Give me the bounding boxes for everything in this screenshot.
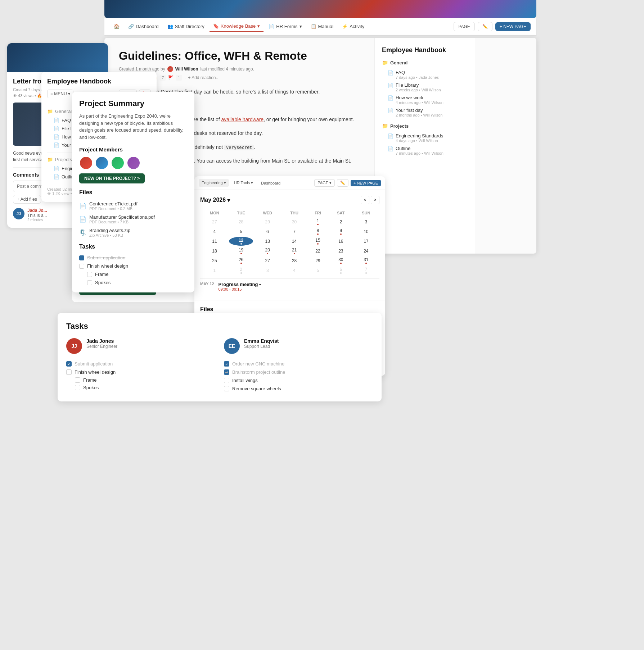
task-item-spokes: Spokes <box>79 278 187 287</box>
sidebar-item-outline[interactable]: 📄 Outline 7 minutes ago • Will Wilson <box>382 144 468 157</box>
doc-icon: 📄 <box>54 134 59 140</box>
cal-day[interactable]: 31 <box>353 256 379 265</box>
nav-bar: 🏠 🔗 Dashboard 👥 Staff Directory 🔖 Knowle… <box>104 18 536 35</box>
cal-day[interactable]: 30 <box>329 256 353 265</box>
new-on-project-button[interactable]: NEW ON THE PROJECT? > <box>79 173 145 183</box>
task-cb-jada-2[interactable] <box>66 369 72 375</box>
cal-day[interactable]: 6 <box>254 227 281 236</box>
cal-day[interactable]: 7 <box>353 266 379 275</box>
task-checkbox-wheel[interactable] <box>79 264 84 269</box>
cal-day[interactable]: 13 <box>254 237 281 246</box>
nav-staff-directory[interactable]: 👥 Staff Directory <box>164 22 208 31</box>
cal-day[interactable]: 21 <box>282 246 307 255</box>
cal-day[interactable]: 17 <box>353 237 379 246</box>
file-item-2[interactable]: 📄 Manufacturer Specifications.pdf PDF Do… <box>79 213 187 226</box>
cal-day[interactable]: 16 <box>329 237 353 246</box>
sidebar-item-engineering[interactable]: 📄 Engineering Standards 4 days ago • Wil… <box>382 132 468 144</box>
cal-day[interactable]: 15 <box>307 237 328 246</box>
new-page-button[interactable]: + NEW PAGE <box>495 22 531 31</box>
cal-next-btn[interactable]: > <box>371 196 379 204</box>
cal-day[interactable]: 26 <box>229 256 253 265</box>
task-cb-emma-2[interactable]: ✓ <box>224 369 229 375</box>
sidebar-item-file-library[interactable]: 📄 File Library 2 weeks ago • Will Wilson <box>382 81 468 94</box>
cal-day[interactable]: 2 <box>329 217 353 226</box>
cal-today[interactable]: 12 <box>229 237 253 246</box>
page-button[interactable]: PAGE <box>454 22 474 31</box>
cal-day[interactable]: 4 <box>282 266 307 275</box>
add-files-button[interactable]: + Add files <box>13 195 41 204</box>
cal-day[interactable]: 4 <box>201 227 228 236</box>
cal-day[interactable]: 2 <box>229 266 253 275</box>
task-cb-jada-4[interactable] <box>75 385 80 390</box>
task-cb-emma-1[interactable]: ✓ <box>224 361 229 367</box>
file-item-1[interactable]: 📄 Conference eTicket.pdf PDF Document • … <box>79 199 187 213</box>
cal-day[interactable]: 3 <box>254 266 281 275</box>
cal-day[interactable]: 7 <box>282 227 307 236</box>
cal-prev-btn[interactable]: < <box>361 196 369 204</box>
cal-day[interactable]: 27 <box>254 256 281 265</box>
task-cb-jada-3[interactable] <box>75 377 80 383</box>
cal-day[interactable]: 29 <box>307 256 328 265</box>
cal-day[interactable]: 18 <box>201 246 228 255</box>
task-checkbox-frame[interactable] <box>87 272 92 277</box>
sidebar-item-faq[interactable]: 📄 FAQ 7 days ago • Jada Jones <box>382 68 468 81</box>
task-checkbox-spokes[interactable] <box>87 280 92 285</box>
cal-day[interactable]: 10 <box>353 227 379 236</box>
cal-day[interactable]: 30 <box>282 217 307 226</box>
cal-day[interactable]: 20 <box>254 246 281 255</box>
cal-day[interactable]: 6 <box>329 266 353 275</box>
task-cb-jada-1[interactable]: ✓ <box>66 361 72 367</box>
cal-day[interactable]: 23 <box>329 246 353 255</box>
cal-day[interactable]: 29 <box>254 217 281 226</box>
bottom-nav-dashboard[interactable]: Dashboard <box>258 179 283 187</box>
cal-day[interactable]: 9 <box>329 227 353 236</box>
cal-day[interactable]: 24 <box>353 246 379 255</box>
available-hardware-link[interactable]: available hardware <box>221 117 264 122</box>
cal-day[interactable]: 3 <box>353 217 379 226</box>
cal-week-3: 18 19 20 21 22 23 24 <box>201 246 379 255</box>
cal-day[interactable]: 11 <box>201 237 228 246</box>
bottom-nav-hr-tools[interactable]: HR Tools ▾ <box>231 179 256 187</box>
cal-day[interactable]: 14 <box>282 237 307 246</box>
cal-day[interactable]: 28 <box>229 217 253 226</box>
bottom-nav-engineering[interactable]: Engineering ▾ <box>199 179 229 187</box>
cal-day[interactable]: 27 <box>201 217 228 226</box>
cal-day[interactable]: 5 <box>307 266 328 275</box>
edit-button[interactable]: ✏️ <box>478 22 492 31</box>
cal-day[interactable]: 19 <box>229 246 253 255</box>
bottom-new-page-btn[interactable]: + NEW PAGE <box>351 180 381 186</box>
pdf-icon: 📄 <box>79 203 86 209</box>
add-reaction[interactable]: + Add reaction.. <box>188 75 218 80</box>
cal-day[interactable]: 1 <box>307 217 328 226</box>
cal-header-thu: THU <box>282 209 307 217</box>
file-item-3[interactable]: 🗜️ Branding Assets.zip Zip Archive • 53 … <box>79 226 187 239</box>
member-avatar-4 <box>127 156 140 170</box>
cal-day[interactable]: 8 <box>307 227 328 236</box>
menu-button[interactable]: ≡ MENU ▾ <box>47 90 73 98</box>
calendar-grid: MON TUE WED THU FRI SAT SUN 27 28 29 30 … <box>200 209 379 276</box>
task-person-emma: EE Emma Enqvist Support Lead <box>224 338 373 354</box>
nav-knowledge-base[interactable]: 🔖 Knowledge Base ▾ <box>210 21 264 32</box>
nav-dashboard[interactable]: 🔗 Dashboard <box>125 22 162 31</box>
bottom-edit-btn[interactable]: ✏️ <box>337 179 348 187</box>
bottom-page-btn[interactable]: PAGE ▾ <box>314 179 335 187</box>
calendar-event[interactable]: MAY 12 Progress meeting • 09:00 - 09:15 <box>200 278 379 294</box>
task-cb-emma-3[interactable] <box>224 378 229 383</box>
cal-day[interactable]: 22 <box>307 246 328 255</box>
cal-day[interactable]: 5 <box>229 227 253 236</box>
task-cb-emma-4[interactable] <box>224 386 229 391</box>
cal-day[interactable]: 28 <box>282 256 307 265</box>
cal-day[interactable]: 25 <box>201 256 228 265</box>
task-jada-3: Frame <box>66 376 215 384</box>
cal-day[interactable]: 1 <box>201 266 228 275</box>
nav-hr-forms[interactable]: 📄 HR Forms ▾ <box>265 22 305 31</box>
task-checkbox-submit[interactable] <box>79 255 84 260</box>
sidebar-item-how-we-work[interactable]: 📄 How we work 4 minutes ago • Will Wilso… <box>382 94 468 106</box>
nav-home[interactable]: 🏠 <box>110 22 123 31</box>
doc-icon: 📄 <box>54 142 59 148</box>
sidebar-item-your-first-day[interactable]: 📄 Your first day 2 months ago • Will Wil… <box>382 106 468 119</box>
chevron-down-icon: ▾ <box>227 197 230 204</box>
nav-activity[interactable]: ⚡ Activity <box>338 22 368 31</box>
nav-manual[interactable]: 📋 Manual <box>307 22 337 31</box>
calendar-section: May 2026 ▾ < > MON TUE WED THU FRI SAT S… <box>194 190 385 300</box>
